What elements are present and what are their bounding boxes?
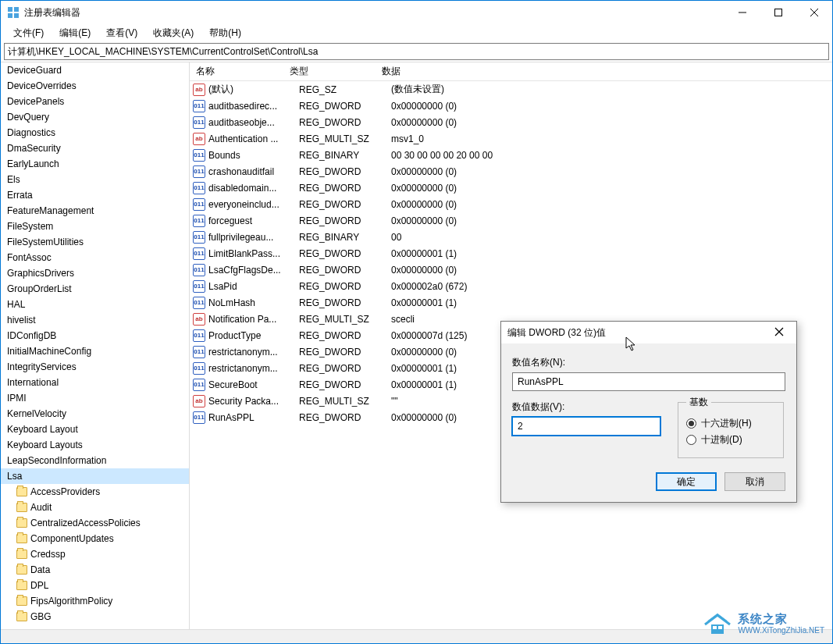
value-type: REG_DWORD: [299, 166, 391, 177]
menu-item[interactable]: 编辑(E): [52, 25, 98, 41]
value-data-label: 数值数据(V):: [512, 400, 660, 414]
tree-item[interactable]: GraphicsDrivers: [1, 265, 189, 281]
menu-item[interactable]: 查看(V): [98, 25, 145, 41]
value-data: 0x00000000 (0): [391, 215, 832, 226]
tree-item[interactable]: Errata: [1, 187, 189, 203]
binary-value-icon: 011: [193, 247, 205, 260]
tree-item[interactable]: ComponentUpdates: [1, 531, 189, 546]
tree-item[interactable]: FontAssoc: [1, 250, 189, 265]
tree-item[interactable]: KernelVelocity: [1, 406, 189, 422]
svg-rect-5: [775, 9, 782, 16]
value-row[interactable]: 011auditbasedirec...REG_DWORD0x00000000 …: [190, 98, 832, 114]
value-row[interactable]: 011everyoneinclud...REG_DWORD0x00000000 …: [190, 196, 832, 212]
tree-item[interactable]: Keyboard Layout: [1, 422, 189, 437]
tree-item[interactable]: InitialMachineConfig: [1, 343, 189, 359]
tree-item[interactable]: FileSystem: [1, 219, 189, 234]
value-type: REG_DWORD: [299, 117, 391, 128]
menu-item[interactable]: 帮助(H): [201, 25, 249, 41]
value-name: ProductType: [208, 330, 299, 341]
tree-item[interactable]: IPMI: [1, 390, 189, 406]
tree-item[interactable]: FileSystemUtilities: [1, 234, 189, 250]
tree-item[interactable]: IntegrityServices: [1, 359, 189, 375]
value-type: REG_DWORD: [299, 347, 391, 358]
tree-item[interactable]: FeatureManagement: [1, 203, 189, 219]
radio-dec[interactable]: 十进制(D): [686, 433, 775, 447]
maximize-button[interactable]: [760, 1, 796, 24]
folder-icon: [16, 550, 27, 559]
tree-item[interactable]: HAL: [1, 297, 189, 312]
minimize-button[interactable]: [724, 1, 760, 24]
tree-item-label: DmaSecurity: [7, 143, 61, 154]
tree-item[interactable]: International: [1, 375, 189, 390]
tree-item[interactable]: Els: [1, 172, 189, 187]
value-type: REG_DWORD: [299, 199, 391, 210]
value-type: REG_DWORD: [299, 183, 391, 194]
tree-item[interactable]: DevicePanels: [1, 94, 189, 109]
value-row[interactable]: 011crashonauditfailREG_DWORD0x00000000 (…: [190, 163, 832, 180]
value-row[interactable]: 011disabledomain...REG_DWORD0x00000000 (…: [190, 180, 832, 196]
value-type: REG_DWORD: [299, 248, 391, 259]
menu-item[interactable]: 收藏夹(A): [145, 25, 201, 41]
value-row[interactable]: abAuthentication ...REG_MULTI_SZmsv1_0: [190, 130, 832, 147]
tree-item[interactable]: GBG: [1, 609, 189, 624]
tree-item[interactable]: Audit: [1, 500, 189, 515]
folder-icon: [16, 518, 27, 528]
tree-item[interactable]: LeapSecondInformation: [1, 453, 189, 468]
value-row[interactable]: 011LimitBlankPass...REG_DWORD0x00000001 …: [190, 245, 832, 262]
tree-item-label: EarlyLaunch: [7, 158, 59, 169]
value-row[interactable]: 011auditbaseobje...REG_DWORD0x00000000 (…: [190, 114, 832, 130]
value-row[interactable]: 011BoundsREG_BINARY00 30 00 00 00 20 00 …: [190, 147, 832, 163]
value-row[interactable]: ab(默认)REG_SZ(数值未设置): [190, 81, 832, 98]
value-name: SecureBoot: [208, 379, 299, 390]
address-bar[interactable]: 计算机\HKEY_LOCAL_MACHINE\SYSTEM\CurrentCon…: [4, 43, 829, 60]
tree-item[interactable]: GroupOrderList: [1, 281, 189, 297]
tree-item-label: AccessProviders: [30, 486, 100, 497]
tree-item[interactable]: Lsa: [1, 468, 189, 484]
value-row[interactable]: 011LsaCfgFlagsDe...REG_DWORD0x00000000 (…: [190, 262, 832, 278]
tree-pane[interactable]: DeviceGuardDeviceOverridesDevicePanelsDe…: [1, 62, 190, 629]
tree-item[interactable]: DeviceOverrides: [1, 78, 189, 94]
value-data-input[interactable]: [512, 417, 660, 436]
radio-hex[interactable]: 十六进制(H): [686, 417, 775, 430]
tree-item[interactable]: Credssp: [1, 546, 189, 562]
value-name: auditbaseobje...: [208, 117, 299, 128]
binary-value-icon: 011: [193, 149, 205, 162]
tree-item[interactable]: FipsAlgorithmPolicy: [1, 593, 189, 609]
dialog-close-button[interactable]: [768, 326, 790, 339]
value-name-input[interactable]: [512, 372, 785, 391]
tree-item[interactable]: hivelist: [1, 312, 189, 328]
tree-item[interactable]: Keyboard Layouts: [1, 437, 189, 453]
tree-item-label: DevQuery: [7, 112, 49, 123]
value-row[interactable]: 011NoLmHashREG_DWORD0x00000001 (1): [190, 294, 832, 311]
tree-item-label: Diagnostics: [7, 127, 55, 138]
tree-item[interactable]: IDConfigDB: [1, 328, 189, 343]
tree-item-label: HAL: [7, 299, 25, 310]
value-row[interactable]: 011forceguestREG_DWORD0x00000000 (0): [190, 212, 832, 229]
column-data[interactable]: 数据: [376, 62, 832, 81]
column-name[interactable]: 名称: [190, 62, 283, 81]
tree-item[interactable]: EarlyLaunch: [1, 156, 189, 172]
cancel-button[interactable]: 取消: [724, 472, 785, 491]
value-data: 00 30 00 00 00 20 00 00: [391, 150, 832, 161]
value-name: LsaCfgFlagsDe...: [208, 265, 299, 276]
value-data: 0x00000000 (0): [391, 199, 832, 210]
svg-rect-1: [14, 7, 19, 12]
tree-item[interactable]: Diagnostics: [1, 125, 189, 141]
tree-item[interactable]: DmaSecurity: [1, 141, 189, 156]
tree-item[interactable]: DPL: [1, 578, 189, 593]
column-type[interactable]: 类型: [283, 62, 376, 81]
tree-item[interactable]: DevQuery: [1, 109, 189, 125]
svg-rect-2: [8, 13, 12, 18]
ok-button[interactable]: 确定: [656, 472, 717, 491]
string-value-icon: ab: [193, 395, 205, 407]
value-data: 0x00000000 (0): [391, 166, 832, 177]
tree-item[interactable]: AccessProviders: [1, 484, 189, 500]
tree-item[interactable]: Data: [1, 562, 189, 578]
value-row[interactable]: 011fullprivilegeau...REG_BINARY00: [190, 229, 832, 245]
tree-item[interactable]: DeviceGuard: [1, 62, 189, 78]
tree-item[interactable]: CentralizedAccessPolicies: [1, 515, 189, 531]
value-name: forceguest: [208, 215, 299, 226]
close-button[interactable]: [796, 1, 832, 24]
value-row[interactable]: 011LsaPidREG_DWORD0x000002a0 (672): [190, 278, 832, 294]
menu-item[interactable]: 文件(F): [5, 25, 52, 41]
